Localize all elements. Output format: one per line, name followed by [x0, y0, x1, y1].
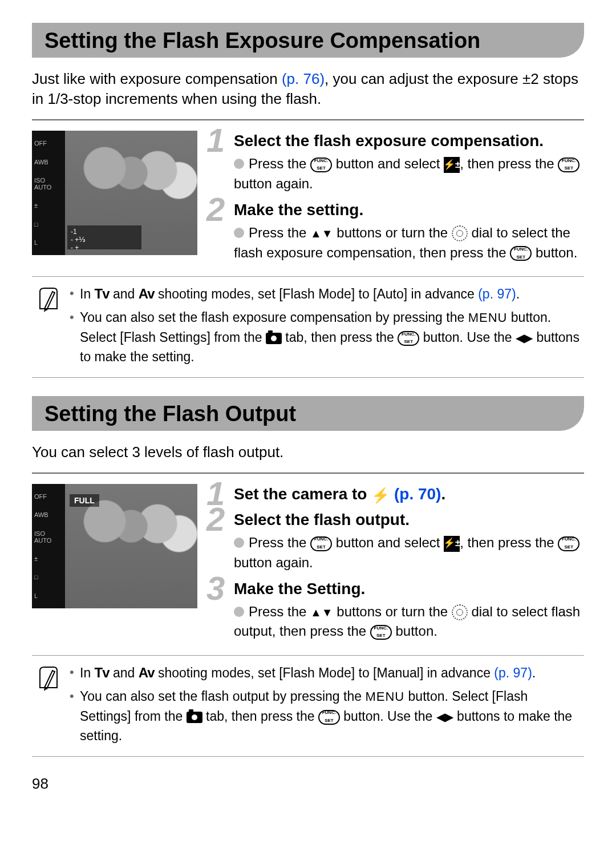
step-2-title: Make the setting. — [234, 200, 584, 220]
av-mode-icon: Av — [139, 665, 155, 680]
note-item: You can also set the flash exposure comp… — [70, 308, 579, 367]
step-3: 3 Make the Setting. Press the buttons or… — [210, 579, 584, 642]
left-right-arrows-icon — [516, 330, 533, 345]
step-1: 1 Select the flash exposure compensation… — [210, 131, 584, 194]
up-down-arrows-icon — [310, 604, 333, 619]
note-list: In Tv and Av shooting modes, set [Flash … — [70, 663, 579, 749]
section-title: Setting the Flash Output — [44, 402, 572, 426]
step-1-body: Press the FUNC.SET button and select ⚡±,… — [234, 154, 584, 194]
bullet-icon — [234, 607, 244, 617]
control-dial-icon — [452, 604, 468, 620]
section-header-flash-exposure-comp: Setting the Flash Exposure Compensation — [32, 23, 584, 58]
control-dial-icon — [452, 225, 468, 241]
step-2-title: Select the flash output. — [234, 510, 584, 530]
thumb-ev-scale: -1 - +⅓ - + — [67, 225, 141, 249]
step-1-title: Select the flash exposure compensation. — [234, 131, 584, 151]
step-number-3: 3 — [206, 572, 225, 605]
divider — [32, 473, 584, 474]
func-set-icon: FUNC.SET — [398, 331, 419, 346]
section-header-flash-output: Setting the Flash Output — [32, 396, 584, 431]
manual-page: Setting the Flash Exposure Compensation … — [0, 0, 616, 810]
left-right-arrows-icon — [436, 709, 453, 724]
camera-tab-icon — [266, 333, 282, 344]
step-1-title: Set the camera to ⚡ (p. 70). — [234, 484, 584, 504]
step-2: 2 Make the setting. Press the buttons or… — [210, 200, 584, 263]
step-3-title: Make the Setting. — [234, 579, 584, 599]
step-2-body: Press the FUNC.SET button and select ⚡±,… — [234, 533, 584, 573]
steps-column: 1 Set the camera to ⚡ (p. 70). 2 Select … — [210, 484, 584, 647]
step-number-1: 1 — [206, 124, 225, 157]
note-item: In Tv and Av shooting modes, set [Flash … — [70, 663, 579, 683]
func-set-icon: FUNC.SET — [558, 158, 579, 172]
step-2: 2 Select the flash output. Press the FUN… — [210, 510, 584, 573]
note-item: You can also set the flash output by pre… — [70, 687, 579, 746]
section-title: Setting the Flash Exposure Compensation — [44, 29, 572, 53]
up-down-arrows-icon — [310, 225, 333, 240]
divider — [32, 119, 584, 120]
step-number-2: 2 — [206, 193, 225, 226]
steps-column: 1 Select the flash exposure compensation… — [210, 131, 584, 268]
intro-text-1: Just like with exposure compensation (p.… — [32, 69, 584, 109]
func-set-icon: FUNC.SET — [558, 536, 579, 551]
tv-mode-icon: Tv — [95, 665, 110, 680]
example-image-flash-output: OFF AWB ISO AUTO ± □ L FULL — [32, 484, 197, 608]
bullet-icon — [234, 538, 244, 548]
thumb-sidebar: OFF AWB ISO AUTO ± □ L — [32, 131, 65, 255]
page-number: 98 — [32, 775, 584, 793]
note-box-2: In Tv and Av shooting modes, set [Flash … — [32, 655, 584, 757]
page-ref-97[interactable]: (p. 97) — [478, 286, 516, 301]
note-list: In Tv and Av shooting modes, set [Flash … — [70, 284, 579, 370]
bullet-icon — [234, 228, 244, 238]
step-block-1: OFF AWB ISO AUTO ± □ L -1 - +⅓ - + 1 Sel… — [32, 131, 584, 268]
page-ref-76[interactable]: (p. 76) — [282, 70, 325, 87]
note-pencil-icon — [37, 665, 64, 695]
func-set-icon: FUNC.SET — [370, 625, 392, 640]
step-1: 1 Set the camera to ⚡ (p. 70). — [210, 484, 584, 504]
bullet-icon — [234, 159, 244, 169]
func-set-icon: FUNC.SET — [318, 710, 340, 725]
menu-button-text: MENU — [468, 310, 508, 325]
func-set-icon: FUNC.SET — [510, 246, 532, 261]
intro-text-2: You can select 3 levels of flash output. — [32, 442, 584, 462]
flash-icon: ⚡ — [371, 486, 390, 505]
flash-ev-icon: ⚡± — [444, 157, 460, 173]
note-box-1: In Tv and Av shooting modes, set [Flash … — [32, 276, 584, 378]
tv-mode-icon: Tv — [95, 286, 110, 301]
func-set-icon: FUNC.SET — [310, 536, 332, 551]
step-3-body: Press the buttons or turn the dial to se… — [234, 602, 584, 642]
step-2-body: Press the buttons or turn the dial to se… — [234, 223, 584, 263]
thumb-sidebar: OFF AWB ISO AUTO ± □ L — [32, 484, 65, 608]
step-number-2: 2 — [206, 503, 225, 536]
av-mode-icon: Av — [139, 286, 155, 301]
flash-ev-icon: ⚡± — [444, 536, 460, 552]
thumb-full-label: FULL — [70, 494, 99, 507]
camera-tab-icon — [187, 712, 202, 723]
page-ref-97[interactable]: (p. 97) — [494, 665, 532, 680]
note-pencil-icon — [37, 286, 64, 316]
menu-button-text: MENU — [365, 689, 404, 704]
page-ref-70[interactable]: (p. 70) — [394, 485, 441, 503]
note-item: In Tv and Av shooting modes, set [Flash … — [70, 284, 579, 304]
func-set-icon: FUNC.SET — [310, 158, 332, 172]
step-block-2: OFF AWB ISO AUTO ± □ L FULL 1 Set the ca… — [32, 484, 584, 647]
example-image-flash-ev: OFF AWB ISO AUTO ± □ L -1 - +⅓ - + — [32, 131, 197, 255]
